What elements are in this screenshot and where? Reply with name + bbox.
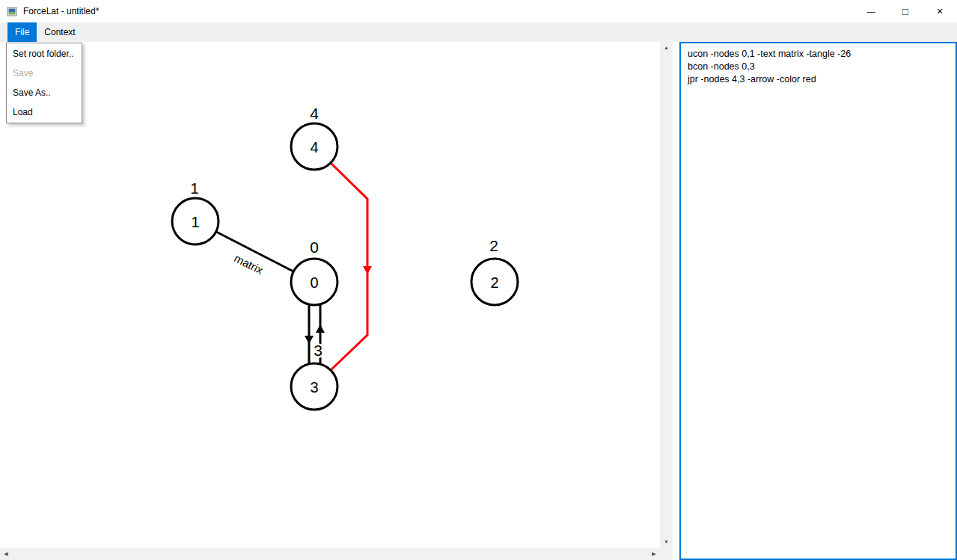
vertical-scrollbar[interactable]: ▲ ▼ bbox=[660, 42, 673, 548]
menu-context[interactable]: Context bbox=[37, 22, 82, 42]
node-inner-label: 4 bbox=[310, 139, 318, 156]
node-outer-label: 4 bbox=[310, 105, 319, 122]
content-area: matrix4411002233 ▲ ▼ ◀ ▶ ucon -nodes 0,1… bbox=[0, 42, 957, 560]
window-title: ForceLat - untitled* bbox=[23, 6, 99, 16]
close-button[interactable]: ✕ bbox=[923, 0, 957, 22]
node-inner-label: 0 bbox=[310, 274, 318, 291]
graph-edge-bcon-0-3-left bbox=[305, 305, 314, 363]
node-outer-label: 1 bbox=[190, 179, 199, 197]
node-inner-label: 3 bbox=[310, 379, 318, 396]
file-menu-dropdown: Set root folder.. Save Save As.. Load bbox=[6, 43, 82, 123]
node-inner-label: 2 bbox=[490, 274, 498, 291]
console-line: ucon -nodes 0,1 -text matrix -tangle -26 bbox=[688, 48, 949, 61]
maximize-button[interactable]: □ bbox=[888, 0, 923, 22]
menubar: File Context bbox=[0, 22, 957, 42]
menu-file[interactable]: File bbox=[7, 22, 37, 42]
file-menu-item-load[interactable]: Load bbox=[7, 102, 82, 122]
minimize-button[interactable]: — bbox=[854, 0, 888, 22]
app-icon bbox=[7, 6, 18, 17]
scrollbar-corner bbox=[660, 548, 673, 560]
scroll-right-icon[interactable]: ▶ bbox=[648, 548, 660, 560]
file-menu-item-save-as[interactable]: Save As.. bbox=[7, 83, 82, 102]
edge-arrow-icon bbox=[363, 266, 372, 274]
scroll-down-icon[interactable]: ▼ bbox=[660, 536, 673, 548]
graph-node-4[interactable]: 44 bbox=[291, 105, 337, 170]
graph-node-2[interactable]: 22 bbox=[471, 237, 518, 306]
graph-edge-ucon-0-1: matrix bbox=[216, 232, 293, 277]
graph-node-1[interactable]: 11 bbox=[172, 179, 218, 245]
node-outer-label: 2 bbox=[489, 237, 498, 254]
file-menu-item-save: Save bbox=[7, 64, 82, 83]
graph-node-3[interactable]: 33 bbox=[291, 342, 337, 410]
horizontal-scrollbar[interactable]: ◀ ▶ bbox=[0, 548, 660, 560]
scroll-left-icon[interactable]: ◀ bbox=[0, 548, 12, 560]
edge-arrow-icon bbox=[305, 336, 314, 344]
console-line: bcon -nodes 0,3 bbox=[688, 61, 949, 73]
file-menu-item-set-root-folder[interactable]: Set root folder.. bbox=[7, 44, 82, 64]
edge-arrow-icon bbox=[316, 324, 325, 333]
graph-edge-jpr-4-3 bbox=[331, 163, 372, 370]
scroll-up-icon[interactable]: ▲ bbox=[660, 42, 673, 54]
graph-svg[interactable]: matrix4411002233 bbox=[0, 42, 660, 548]
app-window: ForceLat - untitled* — □ ✕ File Context … bbox=[0, 0, 957, 560]
node-inner-label: 1 bbox=[191, 214, 199, 230]
graph-node-0[interactable]: 00 bbox=[291, 239, 337, 306]
command-console[interactable]: ucon -nodes 0,1 -text matrix -tangle -26… bbox=[679, 42, 957, 560]
node-outer-label: 3 bbox=[314, 342, 322, 359]
graph-canvas[interactable]: matrix4411002233 ▲ ▼ ◀ ▶ bbox=[0, 42, 673, 560]
node-outer-label: 0 bbox=[310, 239, 319, 256]
titlebar: ForceLat - untitled* — □ ✕ bbox=[0, 0, 957, 22]
window-controls: — □ ✕ bbox=[854, 0, 957, 22]
console-line: jpr -nodes 4,3 -arrow -color red bbox=[688, 73, 949, 86]
